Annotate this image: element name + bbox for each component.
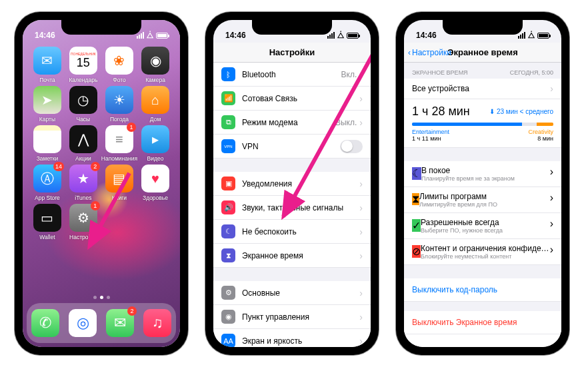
chevron-icon: › — [359, 179, 363, 189]
nav-title: Настройки — [269, 47, 315, 57]
chevron-icon: › — [550, 192, 553, 204]
phone-home: 14:46 ⧊ ✉ПочтаПОНЕДЕЛЬНИК15Календарь❀Фот… — [15, 12, 188, 355]
chevron-icon: › — [359, 226, 363, 237]
app-icon — [33, 125, 61, 153]
app-Напоминания[interactable]: ≡1Напоминания — [101, 125, 137, 162]
app-label: Настройки — [69, 234, 97, 240]
app-label: Карты — [39, 116, 55, 123]
app-icon: ➤ — [33, 86, 61, 114]
app-Настройки[interactable]: ⚙1Настройки — [65, 204, 101, 240]
usage-summary[interactable]: 1 ч 28 мин ⬇ 23 мин < среднего Entertain… — [404, 99, 561, 148]
notch — [443, 20, 523, 35]
wifi-icon: ⧊ — [147, 31, 153, 40]
app-label: Календарь — [69, 77, 97, 83]
app-Дом[interactable]: ⌂Дом — [137, 86, 173, 123]
back-button[interactable]: ‹ Настройки — [408, 48, 451, 57]
app-icon: ⚙1 — [69, 204, 97, 232]
all-devices-row[interactable]: Все устройства › — [404, 79, 561, 99]
app-label: Часы — [76, 116, 90, 123]
usage-bar — [412, 123, 553, 126]
app-Часы[interactable]: ◷Часы — [65, 86, 101, 123]
option-icon: ☾ — [412, 167, 421, 180]
wifi-icon: ⧊ — [337, 31, 344, 40]
app-Wallet[interactable]: ▭Wallet — [29, 204, 65, 240]
app-label: Акции — [75, 155, 91, 162]
disable-screentime-link[interactable]: Выключить Экранное время — [404, 311, 561, 334]
phone-screentime: 14:46 ⧊ ‹ Настройки Экранное время ЭКРАН… — [396, 12, 569, 355]
settings-row-hotspot[interactable]: ⧉Режим модемаВыкл.› — [213, 111, 371, 135]
wifi-icon: ⧊ — [528, 31, 535, 40]
app-icon: ▤ — [105, 165, 133, 192]
chevron-icon: › — [359, 312, 363, 322]
app-Камера[interactable]: ◉Камера — [137, 47, 173, 83]
app-label: Почта — [39, 77, 55, 83]
option-row[interactable]: ☾В покоеПланируйте время не за экраном› — [404, 161, 561, 187]
option-row[interactable]: ✓Разрешенные всегдаВыберите ПО, нужное в… — [404, 213, 561, 239]
settings-row-vpn[interactable]: VPNVPN — [213, 135, 371, 159]
status-time: 14:46 — [416, 31, 437, 40]
settings-row-screentime[interactable]: ⧗Экранное время› — [213, 244, 371, 268]
notch — [61, 20, 141, 35]
app-icon: ☀ — [105, 86, 133, 114]
chevron-icon: › — [359, 250, 363, 261]
settings-row-control[interactable]: ◉Пункт управления› — [213, 305, 371, 329]
settings-row-dnd[interactable]: ☾Не беспокоить› — [213, 220, 371, 244]
app-label: Wallet — [39, 234, 55, 240]
app-icon: ⋀ — [69, 125, 97, 153]
dock-phone[interactable]: ✆ — [31, 309, 59, 337]
app-Карты[interactable]: ➤Карты — [29, 86, 65, 123]
dock-safari[interactable]: ◎ — [69, 309, 97, 337]
app-label: Камера — [145, 77, 165, 83]
app-icon: ▸ — [141, 125, 169, 153]
app-icon: ▭ — [33, 204, 61, 232]
chevron-icon: › — [550, 244, 553, 256]
app-Календарь[interactable]: ПОНЕДЕЛЬНИК15Календарь — [65, 47, 101, 83]
control-icon: ◉ — [221, 310, 235, 324]
app-Книги[interactable]: ▤Книги — [101, 165, 137, 201]
settings-row-sound[interactable]: 🔊Звуки, тактильные сигналы› — [213, 196, 371, 220]
option-row[interactable]: ⧗Лимиты программЛимитируйте время для ПО… — [404, 187, 561, 213]
app-icon: ♥ — [141, 165, 169, 192]
badge: 2 — [127, 306, 137, 316]
app-label: App Store — [35, 194, 60, 201]
app-iTunes[interactable]: ★2iTunes — [65, 165, 101, 201]
app-label: Напоминания — [101, 155, 137, 162]
settings-row-display[interactable]: AAЭкран и яркость› — [213, 329, 371, 347]
app-Здоровье[interactable]: ♥Здоровье — [137, 165, 173, 201]
app-icon: ◷ — [69, 86, 97, 114]
app-icon: ПОНЕДЕЛЬНИК15 — [69, 47, 97, 75]
settings-row-cell[interactable]: 📶Сотовая Связь› — [213, 87, 371, 111]
app-Видео[interactable]: ▸Видео — [137, 125, 173, 162]
app-Фото[interactable]: ❀Фото — [101, 47, 137, 83]
phone-settings: 14:46 ⧊ Настройки ᛒBluetoothВкл.›📶Сотова… — [205, 12, 379, 355]
signal-icon — [137, 32, 144, 39]
screentime-icon: ⧗ — [221, 248, 235, 262]
option-row[interactable]: ⊘Контент и ограничения конфиде…Блокируйт… — [404, 239, 561, 265]
settings-row-notif[interactable]: ▣Уведомления› — [213, 172, 371, 196]
app-label: Видео — [147, 155, 164, 162]
app-Погода[interactable]: ☀Погода — [101, 86, 137, 123]
app-Акции[interactable]: ⋀Акции — [65, 125, 101, 162]
badge: 2 — [91, 162, 100, 171]
disable-passcode-link[interactable]: Выключить код-пароль — [404, 278, 561, 302]
app-label: Погода — [110, 116, 129, 123]
badge: 1 — [91, 201, 100, 210]
sound-icon: 🔊 — [221, 200, 235, 214]
toggle[interactable] — [340, 140, 363, 153]
dnd-icon: ☾ — [221, 224, 235, 238]
settings-row-general[interactable]: ⚙Основные› — [213, 281, 371, 305]
display-icon: AA — [221, 334, 235, 347]
option-icon: ⊘ — [412, 245, 421, 258]
page-dots[interactable] — [23, 296, 180, 299]
app-App Store[interactable]: Ⓐ14App Store — [29, 165, 65, 201]
app-Заметки[interactable]: Заметки — [29, 125, 65, 162]
notch — [252, 20, 332, 35]
settings-row-bt[interactable]: ᛒBluetoothВкл.› — [213, 63, 371, 87]
dock-music[interactable]: ♫ — [143, 309, 171, 337]
status-time: 14:46 — [225, 31, 246, 40]
total-time: 1 ч 28 мин — [412, 105, 470, 119]
battery-icon — [347, 33, 359, 39]
app-Почта[interactable]: ✉Почта — [29, 47, 65, 83]
app-icon: ✉ — [33, 47, 61, 75]
dock-messages[interactable]: ✉2 — [106, 309, 134, 337]
